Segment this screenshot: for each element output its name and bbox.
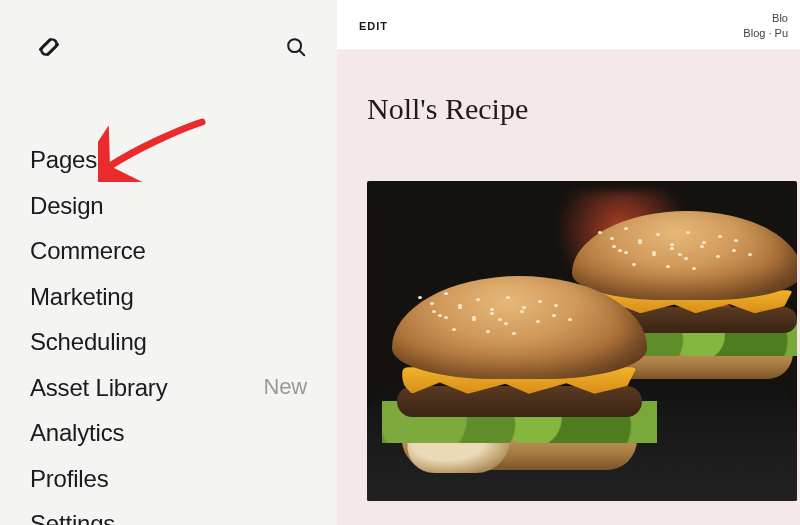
app-frame: Pages Design Commerce Marketing Scheduli… bbox=[0, 0, 800, 525]
sidebar-item-label: Marketing bbox=[30, 279, 134, 315]
sidebar-item-design[interactable]: Design bbox=[30, 188, 307, 224]
page-meta-line2: Blog · Pu bbox=[743, 26, 788, 40]
squarespace-logo-icon[interactable] bbox=[34, 32, 64, 62]
page-meta-info: Blo Blog · Pu bbox=[743, 11, 788, 40]
sidebar-nav: Pages Design Commerce Marketing Scheduli… bbox=[0, 142, 337, 525]
sidebar-item-commerce[interactable]: Commerce bbox=[30, 233, 307, 269]
sidebar-item-scheduling[interactable]: Scheduling bbox=[30, 324, 307, 360]
sidebar-item-label: Asset Library bbox=[30, 370, 167, 406]
sidebar-item-label: Analytics bbox=[30, 415, 124, 451]
sidebar-item-label: Design bbox=[30, 188, 104, 224]
sidebar-item-label: Profiles bbox=[30, 461, 108, 497]
new-badge: New bbox=[264, 371, 307, 404]
edit-button[interactable]: EDIT bbox=[359, 20, 388, 32]
sidebar-item-pages[interactable]: Pages bbox=[30, 142, 307, 178]
sidebar-item-label: Scheduling bbox=[30, 324, 147, 360]
sidebar-item-analytics[interactable]: Analytics bbox=[30, 415, 307, 451]
preview-canvas[interactable]: Noll's Recipe bbox=[337, 50, 800, 525]
sidebar-item-profiles[interactable]: Profiles bbox=[30, 461, 307, 497]
page-meta-line1: Blo bbox=[743, 11, 788, 25]
sidebar-item-label: Commerce bbox=[30, 233, 146, 269]
site-title: Noll's Recipe bbox=[367, 92, 800, 126]
sidebar-item-settings[interactable]: Settings bbox=[30, 506, 307, 525]
sidebar-top-row bbox=[0, 22, 337, 72]
hero-image bbox=[367, 181, 797, 501]
admin-sidebar: Pages Design Commerce Marketing Scheduli… bbox=[0, 0, 337, 525]
svg-line-1 bbox=[300, 51, 305, 56]
sidebar-item-label: Settings bbox=[30, 506, 115, 525]
sidebar-item-marketing[interactable]: Marketing bbox=[30, 279, 307, 315]
site-preview-panel: EDIT Blo Blog · Pu Noll's Recipe bbox=[337, 0, 800, 525]
sidebar-item-label: Pages bbox=[30, 142, 97, 178]
preview-header: EDIT Blo Blog · Pu bbox=[337, 0, 800, 50]
sidebar-item-asset-library[interactable]: Asset Library New bbox=[30, 370, 307, 406]
search-icon[interactable] bbox=[285, 36, 307, 58]
